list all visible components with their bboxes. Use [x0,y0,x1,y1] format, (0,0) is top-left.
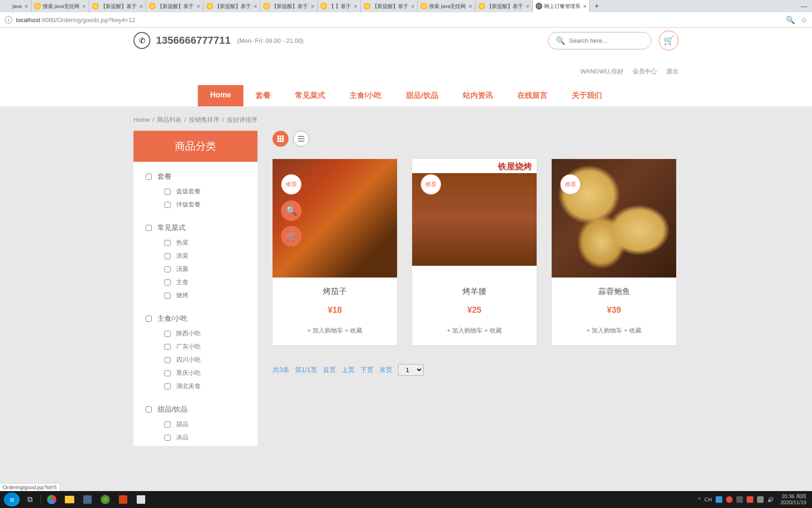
category-checkbox[interactable] [164,189,171,195]
browser-tab[interactable]: 【新提醒】基于× [260,0,318,12]
browser-tab[interactable]: 网上订餐管理系× [533,0,590,12]
minimize-icon[interactable]: — [801,2,807,10]
browser-tab[interactable]: 【新提醒】基于× [89,0,147,12]
category-child[interactable]: 陕西小吃 [146,327,248,340]
tab-close-icon[interactable]: × [583,3,587,10]
quick-view-button[interactable]: 🔍 [281,200,302,221]
category-checkbox[interactable] [164,240,171,246]
tab-close-icon[interactable]: × [24,3,28,10]
tab-close-icon[interactable]: × [254,3,258,10]
category-checkbox[interactable] [146,406,152,413]
category-checkbox[interactable] [164,293,171,299]
product-card[interactable]: 推荐烤羊腰¥25+ 加入购物车 + 收藏 [412,159,537,345]
category-parent[interactable]: 主食/小吃 [146,310,248,327]
category-checkbox[interactable] [164,253,171,259]
page-prev[interactable]: 上页 [342,366,355,373]
search-box[interactable]: 🔍 [548,32,651,49]
grid-view-button[interactable] [273,131,289,147]
add-to-cart-link[interactable]: + 加入购物车 [307,327,343,334]
tab-close-icon[interactable]: × [411,3,415,10]
add-to-cart-link[interactable]: + 加入购物车 [586,327,622,334]
bookmark-icon[interactable]: ☆ [801,16,807,24]
nav-item[interactable]: 关于我们 [560,85,614,106]
category-child[interactable]: 伴饭套餐 [146,198,248,211]
browser-tab[interactable]: 【新提醒】基于× [361,0,418,12]
logout-link[interactable]: 退出 [666,68,679,75]
cart-button[interactable]: 🛒 [659,31,679,50]
category-child[interactable]: 烧烤 [146,289,248,302]
nav-item[interactable]: 在线留言 [505,85,560,106]
browser-tab[interactable]: 【新提醒】基于× [203,0,261,12]
product-image[interactable]: 推荐🔍🛒 [273,159,397,278]
browser-tab[interactable]: 搜索 java无忧网× [418,0,476,12]
add-to-favorite-link[interactable]: + 收藏 [624,327,641,334]
category-checkbox[interactable] [164,435,171,441]
list-view-button[interactable] [293,131,309,147]
nav-item[interactable]: 站内资讯 [451,85,505,106]
category-parent[interactable]: 套餐 [146,168,248,185]
new-tab-button[interactable]: + [590,2,603,10]
category-checkbox[interactable] [164,344,171,350]
category-checkbox[interactable] [146,174,152,180]
url-display[interactable]: localhost:8080/Ordering/goods.jsp?key4=1… [16,16,135,24]
category-checkbox[interactable] [164,331,171,337]
category-child[interactable]: 盖饭套餐 [146,185,248,198]
category-checkbox[interactable] [146,316,152,322]
category-child[interactable]: 广东小吃 [146,340,248,353]
category-checkbox[interactable] [164,421,171,428]
product-image[interactable]: 推荐 [412,159,537,278]
category-checkbox[interactable] [164,266,171,272]
browser-tab[interactable]: 【 】基于× [318,0,361,12]
browser-tab[interactable]: 【新提醒】基于× [476,0,533,12]
add-to-favorite-link[interactable]: + 收藏 [484,327,502,334]
tab-close-icon[interactable]: × [196,3,200,10]
product-image[interactable]: 推荐 [552,159,676,278]
browser-tab[interactable]: 【新提醒】基于× [146,0,203,12]
breadcrumb-link[interactable]: 按销售排序 [189,116,219,123]
tab-close-icon[interactable]: × [311,3,314,10]
search-input[interactable] [569,37,643,44]
nav-item[interactable]: 甜品/饮品 [394,85,450,106]
page-select[interactable]: 1 [398,364,423,376]
tab-close-icon[interactable]: × [354,3,358,10]
category-child[interactable]: 主食 [146,276,248,289]
member-center-link[interactable]: 会员中心 [632,68,657,75]
breadcrumb-link[interactable]: 商品列表 [157,116,181,123]
tab-close-icon[interactable]: × [140,3,143,10]
tab-close-icon[interactable]: × [526,3,530,10]
page-last[interactable]: 末页 [379,366,392,373]
nav-item[interactable]: 主食/小吃 [337,85,394,106]
nav-item[interactable]: Home [198,85,243,106]
page-next[interactable]: 下页 [360,366,374,373]
category-checkbox[interactable] [164,383,171,389]
product-card[interactable]: 推荐蒜蓉鲍鱼¥39+ 加入购物车 + 收藏 [552,159,676,345]
category-parent[interactable]: 常见菜式 [146,220,248,236]
site-info-icon[interactable]: i [5,16,12,24]
category-checkbox[interactable] [164,370,171,376]
breadcrumb-link[interactable]: 按好评排序 [227,116,258,123]
category-checkbox[interactable] [146,225,152,231]
add-to-favorite-link[interactable]: + 收藏 [345,327,362,334]
product-card[interactable]: 推荐🔍🛒烤茄子¥18+ 加入购物车 + 收藏 [273,159,397,345]
category-checkbox[interactable] [164,357,171,363]
category-child[interactable]: 湖北美食 [146,380,248,393]
nav-item[interactable]: 套餐 [243,85,283,106]
zoom-icon[interactable]: 🔍 [786,16,795,24]
page-first[interactable]: 首页 [323,366,336,373]
tab-close-icon[interactable]: × [82,3,86,10]
browser-tab[interactable]: java× [1,0,31,12]
nav-item[interactable]: 常见菜式 [283,85,337,106]
category-child[interactable]: 甜品 [146,418,248,431]
browser-tab[interactable]: 搜索 java无忧网× [31,0,89,12]
category-child[interactable]: 冰品 [146,431,248,444]
category-child[interactable]: 汤羹 [146,262,248,276]
category-child[interactable]: 凉菜 [146,249,248,262]
category-checkbox[interactable] [164,202,171,208]
tab-close-icon[interactable]: × [469,3,473,10]
category-child[interactable]: 四川小吃 [146,353,248,366]
breadcrumb-link[interactable]: Home [133,116,150,123]
category-child[interactable]: 重庆小吃 [146,366,248,380]
category-parent[interactable]: 甜品/饮品 [146,401,248,418]
category-checkbox[interactable] [164,279,171,286]
category-child[interactable]: 热菜 [146,236,248,249]
